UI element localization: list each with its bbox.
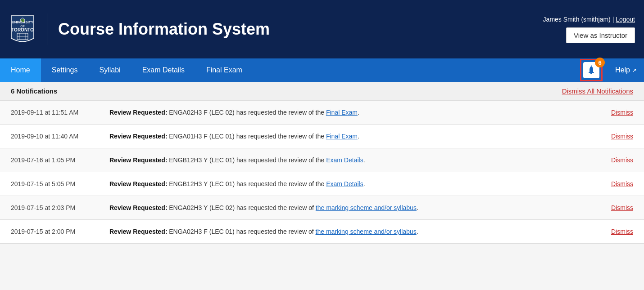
- notification-message: Review Requested: ENGB12H3 Y (LEC 01) ha…: [109, 180, 600, 187]
- notifications-list: 2019-09-11 at 11:51 AMReview Requested: …: [0, 101, 644, 244]
- notification-link[interactable]: the marking scheme and/or syllabus: [316, 228, 417, 235]
- notification-link[interactable]: Final Exam: [326, 133, 358, 140]
- notification-link[interactable]: Exam Details: [326, 156, 363, 164]
- svg-rect-6: [590, 73, 592, 74]
- notification-message: Review Requested: ENGA02H3 F (LEC 01) ha…: [109, 228, 600, 235]
- notification-date: 2019-09-10 at 11:40 AM: [11, 133, 99, 140]
- notification-row: 2019-07-16 at 1:05 PMReview Requested: E…: [0, 148, 644, 172]
- dismiss-button[interactable]: Dismiss: [611, 180, 633, 187]
- notification-row: 2019-09-11 at 11:51 AMReview Requested: …: [0, 101, 644, 125]
- notification-message: Review Requested: ENGA01H3 F (LEC 01) ha…: [109, 133, 600, 140]
- notification-link[interactable]: Exam Details: [326, 180, 363, 187]
- notification-type: Review Requested:: [109, 180, 167, 187]
- bell-notification-button[interactable]: 6: [580, 59, 603, 81]
- svg-text:🌿: 🌿: [21, 18, 25, 22]
- nav-item-home[interactable]: Home: [0, 58, 41, 82]
- notifications-header: 6 Notifications Dismiss All Notification…: [0, 82, 644, 101]
- notification-badge: 6: [595, 58, 605, 67]
- svg-text:TORONTO: TORONTO: [11, 27, 34, 32]
- notifications-count: 6 Notifications: [11, 87, 57, 95]
- bell-svg: [586, 65, 596, 75]
- view-instructor-button[interactable]: View as Instructor: [566, 27, 635, 43]
- notification-date: 2019-07-15 at 2:00 PM: [11, 228, 99, 235]
- university-logo: UNIVERSITY OF TORONTO 🌿: [9, 13, 36, 45]
- dismiss-button[interactable]: Dismiss: [611, 228, 633, 235]
- notification-message: Review Requested: ENGA02H3 Y (LEC 02) ha…: [109, 204, 600, 211]
- dismiss-button[interactable]: Dismiss: [611, 109, 633, 116]
- nav-item-syllabi[interactable]: Syllabi: [89, 58, 132, 82]
- logout-link[interactable]: Logout: [616, 16, 635, 23]
- nav-item-final-exam[interactable]: Final Exam: [195, 58, 253, 82]
- notification-link[interactable]: Final Exam: [326, 109, 358, 116]
- dismiss-button[interactable]: Dismiss: [611, 156, 633, 164]
- dismiss-all-button[interactable]: Dismiss All Notifications: [562, 87, 633, 95]
- logo-area: UNIVERSITY OF TORONTO 🌿: [9, 13, 47, 45]
- notification-row: 2019-07-15 at 5:05 PMReview Requested: E…: [0, 172, 644, 196]
- notification-message: Review Requested: ENGB12H3 Y (LEC 01) ha…: [109, 156, 600, 164]
- page-header: UNIVERSITY OF TORONTO 🌿 Course Informati…: [0, 0, 644, 58]
- notification-row: 2019-09-10 at 11:40 AMReview Requested: …: [0, 125, 644, 148]
- separator: |: [612, 16, 614, 23]
- external-link-icon: ↗: [632, 67, 637, 74]
- notification-row: 2019-07-15 at 2:00 PMReview Requested: E…: [0, 220, 644, 244]
- notification-type: Review Requested:: [109, 228, 167, 235]
- user-info: James Smith (smithjam) | Logout: [543, 16, 635, 23]
- dismiss-button[interactable]: Dismiss: [611, 204, 633, 211]
- navigation-bar: Home Settings Syllabi Exam Details Final…: [0, 58, 644, 82]
- notification-type: Review Requested:: [109, 133, 167, 140]
- nav-item-exam-details[interactable]: Exam Details: [132, 58, 195, 82]
- header-right: James Smith (smithjam) | Logout View as …: [543, 16, 635, 43]
- help-link[interactable]: Help ↗: [608, 66, 644, 74]
- notification-date: 2019-07-15 at 5:05 PM: [11, 180, 99, 187]
- notification-date: 2019-09-11 at 11:51 AM: [11, 109, 99, 116]
- nav-item-settings[interactable]: Settings: [41, 58, 89, 82]
- help-label: Help: [615, 66, 630, 74]
- dismiss-button[interactable]: Dismiss: [611, 133, 633, 140]
- username: James Smith (smithjam): [543, 16, 611, 23]
- notification-link[interactable]: the marking scheme and/or syllabus: [316, 204, 417, 211]
- notification-row: 2019-07-15 at 2:03 PMReview Requested: E…: [0, 196, 644, 220]
- notification-type: Review Requested:: [109, 204, 167, 211]
- notification-message: Review Requested: ENGA02H3 F (LEC 02) ha…: [109, 109, 600, 116]
- notification-date: 2019-07-15 at 2:03 PM: [11, 204, 99, 211]
- notification-type: Review Requested:: [109, 156, 167, 164]
- page-title: Course Information System: [58, 20, 543, 39]
- notification-type: Review Requested:: [109, 109, 167, 116]
- notification-date: 2019-07-16 at 1:05 PM: [11, 156, 99, 164]
